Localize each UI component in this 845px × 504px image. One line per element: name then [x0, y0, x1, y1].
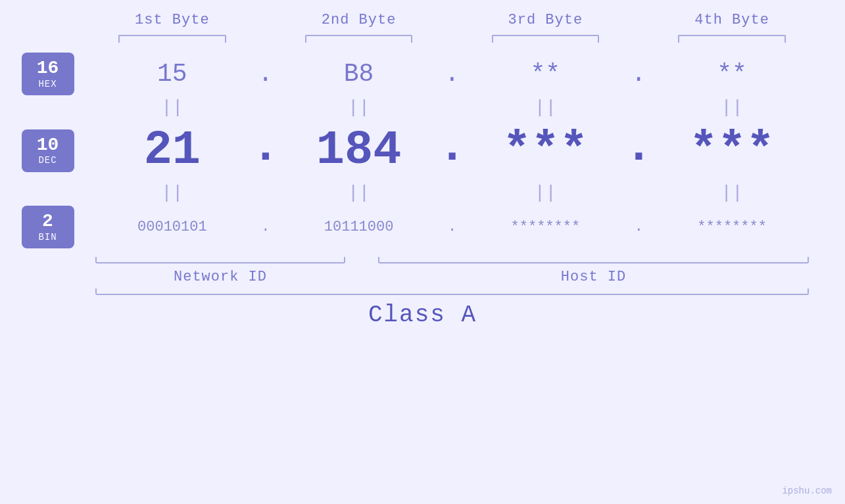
hex-badge: 16 HEX [22, 53, 74, 95]
hex-val-2: B8 [344, 60, 374, 88]
bin-dot-3: . [635, 219, 643, 235]
host-id-bracket-line [378, 257, 809, 263]
eq-hex-dec-2: || [348, 99, 370, 117]
hex-val-3: ** [531, 60, 561, 88]
dec-dot-2: . [438, 120, 466, 174]
hex-val-4: ** [717, 60, 747, 88]
network-id-label: Network ID [174, 269, 267, 285]
watermark: ipshu.com [782, 486, 832, 496]
bin-dot-1: . [261, 219, 270, 235]
bracket-top-2 [305, 35, 413, 43]
bin-val-3: ******** [511, 219, 581, 235]
bin-val-4: ******** [697, 219, 767, 235]
host-id-label: Host ID [561, 269, 626, 285]
eq-dec-bin-1: || [161, 184, 183, 202]
byte-header-1: 1st Byte [135, 12, 210, 28]
dec-dot-1: . [251, 120, 279, 174]
network-id-bracket-line [95, 257, 345, 263]
dec-val-3: *** [503, 124, 589, 177]
hex-dot-3: . [631, 60, 646, 88]
dec-badge: 10 DEC [22, 129, 74, 172]
eq-hex-dec-1: || [161, 99, 183, 117]
bin-dot-2: . [448, 219, 456, 235]
bracket-top-1 [118, 35, 226, 43]
bracket-top-4 [678, 35, 786, 43]
class-label: Class A [368, 302, 477, 329]
hex-val-1: 15 [157, 60, 187, 88]
hex-dot-2: . [445, 60, 460, 88]
host-id-section: Host ID [378, 257, 809, 285]
dec-val-4: *** [689, 124, 775, 177]
eq-dec-bin-2: || [348, 184, 370, 202]
byte-header-4: 4th Byte [694, 12, 769, 28]
eq-dec-bin-4: || [721, 184, 743, 202]
eq-hex-dec-3: || [535, 99, 557, 117]
bin-val-1: 00010101 [137, 219, 207, 235]
class-bracket-line [95, 288, 809, 295]
dec-val-2: 184 [316, 124, 402, 177]
eq-dec-bin-3: || [535, 184, 557, 202]
eq-hex-dec-4: || [721, 99, 743, 117]
dec-dot-3: . [625, 120, 653, 174]
byte-header-3: 3rd Byte [508, 12, 583, 28]
hex-dot-1: . [258, 60, 273, 88]
bin-badge: 2 BIN [22, 206, 74, 248]
bracket-top-3 [492, 35, 600, 43]
main-container: 1st Byte 2nd Byte 3rd Byte 4th Byte [0, 0, 845, 504]
byte-header-2: 2nd Byte [322, 12, 397, 28]
bin-val-2: 10111000 [324, 219, 394, 235]
dec-val-1: 21 [144, 124, 201, 177]
network-id-section: Network ID [95, 257, 345, 285]
